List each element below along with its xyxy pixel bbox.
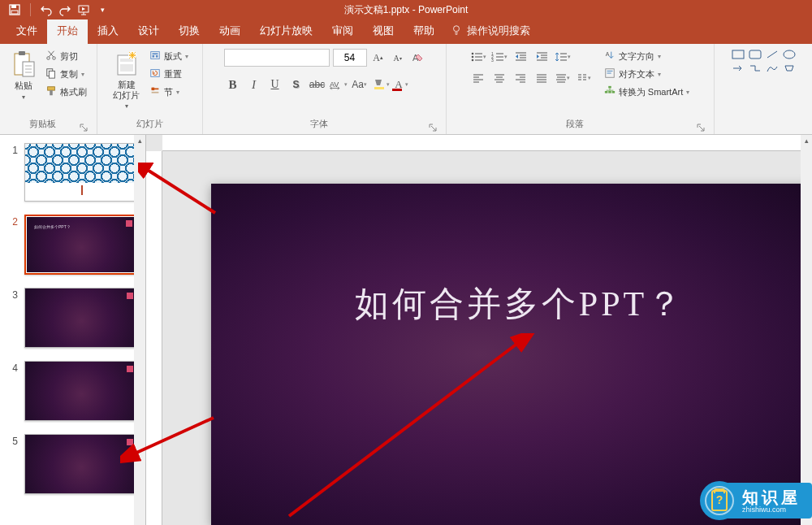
format-painter-button[interactable]: 格式刷 [44,85,89,99]
cut-button[interactable]: 剪切 [44,49,89,63]
shape-oval-icon[interactable] [782,49,797,60]
slide-thumb-2[interactable]: 如何合并多个PPT？ [24,215,139,275]
scroll-up-icon[interactable]: ▴ [801,135,812,146]
tab-slideshow[interactable]: 幻灯片放映 [250,18,322,44]
change-case-button[interactable]: Aa▾ [351,76,369,93]
svg-text:A: A [606,51,610,57]
bullets-button[interactable]: ▾ [469,49,487,65]
shape-line-icon[interactable] [765,49,780,60]
char-spacing-button[interactable]: AV▾ [330,76,348,93]
shape-rounded-icon[interactable] [748,49,762,60]
redo-icon[interactable] [57,2,73,18]
slide-canvas[interactable]: 如何合并多个PPT？ [211,184,812,525]
align-text-button[interactable]: 对齐文本▾ [603,67,691,81]
start-slideshow-icon[interactable] [76,2,92,18]
shape-arrow-icon[interactable] [731,63,745,74]
watermark-brand: 知识屋 [742,489,801,505]
reset-icon [149,67,161,80]
tab-file[interactable]: 文件 [6,18,47,44]
align-text-icon [604,67,615,80]
tab-insert[interactable]: 插入 [88,18,128,44]
tab-home[interactable]: 开始 [47,18,88,44]
watermark-logo[interactable]: ? 知识屋zhishiwu.com [700,481,812,520]
qat-customize-icon[interactable]: ▾ [94,2,110,18]
svg-point-6 [454,25,460,31]
svg-rect-20 [49,71,54,78]
slide-thumb-4[interactable] [24,361,139,421]
undo-icon[interactable] [38,2,54,18]
group-label-paragraph: 段落 [453,115,696,132]
svg-rect-25 [120,64,133,72]
tab-animations[interactable]: 动画 [209,18,250,44]
line-spacing-button[interactable]: ▾ [554,49,572,65]
thumbnails-scrollbar[interactable]: ▴ [134,135,145,525]
smartart-button[interactable]: 转换为 SmartArt▾ [603,85,691,99]
slide-thumb-5[interactable] [24,434,139,494]
svg-point-38 [471,53,473,55]
copy-button[interactable]: 复制▾ [44,67,89,81]
svg-line-99 [767,51,777,58]
group-label-font: 字体 [209,115,428,132]
scroll-up-icon[interactable]: ▴ [134,135,145,146]
tab-design[interactable]: 设计 [128,18,169,44]
para-launcher-icon[interactable] [696,121,707,132]
thumb-number: 5 [6,434,18,447]
new-slide-button[interactable]: 新建 幻灯片 ▾ [110,49,143,111]
shapes-gallery[interactable] [731,49,797,74]
quick-access-toolbar: ▾ [0,2,110,18]
tab-view[interactable]: 视图 [363,18,404,44]
thumb-number: 4 [6,361,18,374]
shape-more-icon[interactable] [782,63,797,74]
italic-button[interactable]: I [245,76,263,93]
clipboard-launcher-icon[interactable] [79,121,90,132]
grow-font-icon[interactable]: A▴ [370,50,387,66]
stage-scrollbar[interactable]: ▴ [801,135,812,525]
clear-format-icon[interactable]: A [409,50,425,66]
slide-thumbnails-pane[interactable]: 1 2 如何合并多个PPT？ 3 4 5 ▴ [0,135,146,525]
indent-decrease-button[interactable] [512,49,529,65]
tab-transitions[interactable]: 切换 [169,18,209,44]
strike-button[interactable]: abc [309,76,326,93]
tell-me-search[interactable]: 操作说明搜索 [444,18,537,44]
distribute-button[interactable]: ▾ [554,70,572,86]
shape-freeform-icon[interactable] [765,63,780,74]
smartart-icon [604,85,615,98]
paste-button[interactable]: 粘贴 ▾ [8,49,39,102]
scissors-icon [45,50,57,63]
highlight-button[interactable]: ▾ [372,76,390,93]
tab-review[interactable]: 审阅 [322,18,363,44]
shrink-font-icon[interactable]: A▾ [390,50,406,66]
slide-thumb-3[interactable] [24,288,139,348]
vertical-ruler[interactable] [146,151,162,525]
section-button[interactable]: 节▾ [148,85,190,99]
bold-button[interactable]: B [224,76,242,93]
indent-increase-button[interactable] [533,49,551,65]
underline-button[interactable]: U [266,76,284,93]
slide-title-text[interactable]: 如何合并多个PPT？ [260,281,780,327]
slide-thumb-1[interactable] [24,143,139,202]
font-name-input[interactable] [224,49,330,67]
shadow-button[interactable]: S [287,76,305,93]
svg-rect-10 [19,51,25,55]
align-right-button[interactable] [512,70,529,86]
shape-connector-icon[interactable] [748,63,762,74]
layout-button[interactable]: 版式▾ [148,49,190,63]
shape-rect-icon[interactable] [731,49,745,60]
text-direction-button[interactable]: A文字方向▾ [603,49,691,63]
reset-button[interactable]: 重置 [148,67,190,81]
watermark-url: zhishiwu.com [742,505,801,514]
tab-help[interactable]: 帮助 [404,18,444,44]
group-paragraph: ▾ 123▾ ▾ ▾ ▾ A文字方向▾ 对齐文本▾ 转换为 [447,44,715,134]
font-color-button[interactable]: A▾ [393,76,411,93]
font-launcher-icon[interactable] [428,121,439,132]
svg-rect-95 [608,91,611,93]
numbering-button[interactable]: 123▾ [490,49,508,65]
align-left-button[interactable] [469,70,487,86]
font-size-input[interactable] [333,49,367,67]
svg-rect-91 [608,86,611,89]
align-center-button[interactable] [490,70,508,86]
columns-button[interactable]: ▾ [575,70,593,86]
justify-button[interactable] [533,70,551,86]
save-icon[interactable] [6,2,23,18]
ribbon: 粘贴 ▾ 剪切 复制▾ 格式刷 剪贴板 新建 幻灯片 ▾ 版式▾ 重置 [0,44,812,135]
